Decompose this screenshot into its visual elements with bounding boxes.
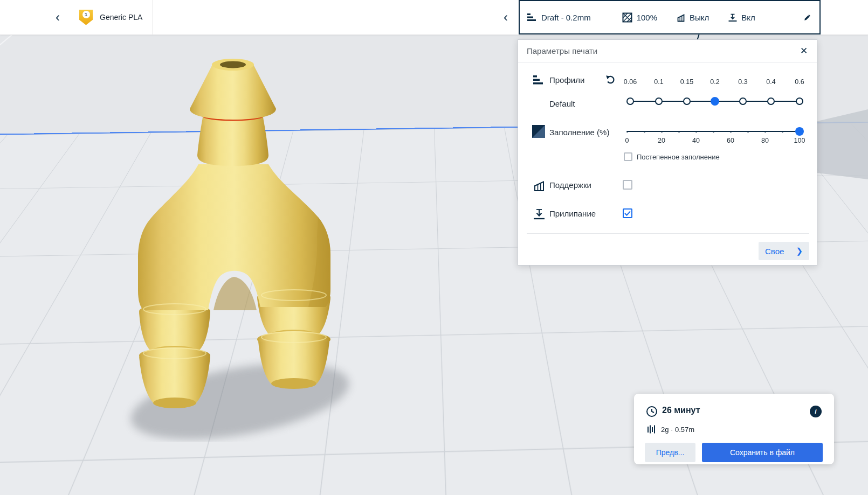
info-icon[interactable]: i (810, 406, 822, 417)
summary-support[interactable]: Выкл (677, 13, 709, 22)
top-bar: ‹ 1 Generic PLA ‹ Draft - 0.2mm (0, 0, 868, 35)
profile-tick-label: 0.2 (704, 78, 726, 86)
layer-height-icon (527, 13, 537, 22)
summary-infill[interactable]: 100% (622, 12, 657, 23)
print-settings-summary-bar[interactable]: Draft - 0.2mm 100% Выкл (519, 0, 821, 34)
support-icon (533, 179, 545, 192)
profile-tick-label: 0.4 (760, 78, 782, 86)
infill-slider-handle[interactable] (795, 127, 804, 136)
summary-profile[interactable]: Draft - 0.2mm (527, 13, 591, 22)
extruder-marker-icon: 1 (79, 10, 93, 25)
support-checkbox[interactable] (623, 180, 632, 190)
collapse-right-panel-button[interactable]: ‹ (498, 9, 514, 25)
profile-tick-label: 0.3 (732, 78, 754, 86)
profile-tick-label: 0.15 (676, 78, 698, 86)
profile-name: Default (549, 99, 575, 108)
infill-tick-label: 40 (685, 137, 707, 144)
profiles-label: Профили (549, 75, 584, 85)
infill-density-icon (532, 125, 545, 138)
panel-title: Параметры печати (527, 40, 597, 62)
profile-slider-stop[interactable] (626, 97, 634, 105)
profile-slider-stop[interactable] (739, 97, 747, 105)
material-name: Generic PLA (100, 13, 142, 22)
material-usage-icon (647, 424, 657, 434)
preview-button[interactable]: Предв... (645, 443, 695, 462)
summary-adhesion-value: Вкл (741, 13, 755, 22)
summary-adhesion[interactable]: Вкл (728, 13, 755, 22)
infill-tick-label: 60 (720, 137, 741, 144)
print-time: 26 минут (662, 406, 700, 415)
summary-support-value: Выкл (690, 13, 709, 22)
profile-tick-label: 0.06 (619, 78, 641, 86)
summary-profile-label: Draft - 0.2mm (541, 13, 591, 22)
profile-slider-stop[interactable] (767, 97, 775, 105)
support-icon (677, 13, 685, 22)
panel-divider (527, 233, 809, 234)
infill-tick-label: 100 (789, 137, 810, 144)
clock-icon (646, 406, 658, 417)
profile-slider-stop-selected[interactable] (711, 97, 719, 106)
3d-model[interactable] (108, 54, 367, 442)
chevron-right-icon: ❯ (796, 246, 803, 256)
adhesion-icon (728, 13, 737, 22)
profile-slider-stop[interactable] (683, 97, 691, 105)
custom-settings-button[interactable]: Свое ❯ (759, 242, 809, 260)
profile-slider-stop[interactable] (655, 97, 663, 105)
material-usage: 2g · 0.57m (661, 426, 694, 434)
support-label: Поддержки (549, 180, 591, 190)
profile-tick-label: 0.6 (789, 78, 810, 86)
gradual-infill-checkbox[interactable] (624, 152, 632, 161)
extruder-number: 1 (82, 11, 90, 18)
adhesion-label: Прилипание (549, 209, 596, 218)
infill-label: Заполнение (%) (549, 128, 609, 137)
material-tab[interactable]: 1 Generic PLA (72, 0, 153, 34)
layer-height-icon (533, 75, 544, 85)
app-window: ‹ 1 Generic PLA ‹ Draft - 0.2mm (0, 0, 868, 495)
panel-header: Параметры печати ✕ (518, 40, 817, 62)
close-icon[interactable]: ✕ (797, 45, 810, 58)
infill-icon (622, 12, 632, 23)
edit-pencil-icon[interactable] (803, 13, 812, 22)
profile-slider-stop[interactable] (796, 97, 803, 105)
adhesion-checkbox[interactable] (623, 208, 632, 218)
infill-tick-label: 80 (754, 137, 776, 144)
reset-profile-icon[interactable] (605, 74, 616, 85)
adhesion-icon (533, 208, 545, 220)
profile-tick-label: 0.1 (648, 78, 670, 86)
infill-tick-label: 20 (651, 137, 672, 144)
save-to-file-button[interactable]: Сохранить в файл (702, 443, 823, 462)
print-settings-panel: Параметры печати ✕ Профили 0.06 0.1 0.15… (518, 39, 817, 266)
collapse-left-panel-button[interactable]: ‹ (50, 9, 66, 25)
infill-tick-label: 0 (616, 137, 638, 144)
check-icon (624, 211, 631, 216)
gradual-infill-label: Постепенное заполнение (637, 153, 720, 161)
custom-settings-label: Свое (765, 247, 784, 256)
summary-infill-value: 100% (637, 13, 657, 22)
print-summary-card: 26 минут i 2g · 0.57m Предв... Сохранить… (634, 394, 834, 464)
